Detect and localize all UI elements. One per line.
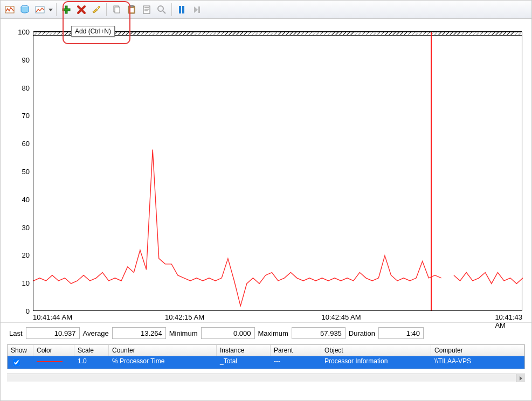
freeze-button[interactable] xyxy=(175,3,189,17)
row-object: Processor Information xyxy=(321,356,431,369)
row-counter: % Processor Time xyxy=(109,356,217,369)
col-show[interactable]: Show xyxy=(8,345,33,356)
plot-canvas[interactable] xyxy=(33,32,522,311)
remove-counter-button[interactable] xyxy=(74,3,88,17)
x-tick: 10:41:44 AM xyxy=(33,313,72,321)
chart-type-button[interactable] xyxy=(33,3,47,17)
stats-row: Last 10.937 Average 13.264 Minimum 0.000… xyxy=(1,323,531,343)
counter-color-swatch xyxy=(37,361,63,362)
col-counter[interactable]: Counter xyxy=(109,345,217,356)
row-parent: --- xyxy=(271,356,321,369)
legend-scrollbar[interactable] xyxy=(7,374,525,382)
svg-marker-21 xyxy=(194,6,198,13)
highlight-button[interactable] xyxy=(89,3,103,17)
svg-rect-19 xyxy=(179,6,181,13)
minimum-value: 0.000 xyxy=(201,327,255,339)
duration-value: 1:40 xyxy=(378,327,424,339)
row-scale: 1.0 xyxy=(74,356,109,369)
scroll-right-icon[interactable] xyxy=(516,374,525,382)
svg-marker-7 xyxy=(98,6,100,9)
time-cursor xyxy=(431,32,432,310)
show-counter-checkbox[interactable] xyxy=(13,359,20,366)
y-axis-labels: 100 90 80 70 60 50 40 30 20 10 0 xyxy=(1,19,32,308)
last-label: Last xyxy=(9,329,23,337)
svg-marker-23 xyxy=(520,376,522,381)
svg-rect-20 xyxy=(182,6,184,13)
average-label: Average xyxy=(83,329,109,337)
col-scale[interactable]: Scale xyxy=(74,345,109,356)
row-computer: \\TILAA-VPS xyxy=(431,356,524,369)
add-counter-tooltip: Add (Ctrl+N) xyxy=(71,26,115,37)
col-parent[interactable]: Parent xyxy=(271,345,321,356)
minimum-label: Minimum xyxy=(169,329,198,337)
copy-button[interactable] xyxy=(109,3,123,17)
col-color[interactable]: Color xyxy=(33,345,74,356)
update-button[interactable] xyxy=(190,3,204,17)
y-tick: 0 xyxy=(26,307,30,315)
col-object[interactable]: Object xyxy=(321,345,431,356)
y-tick: 10 xyxy=(22,279,30,287)
add-counter-button[interactable] xyxy=(59,3,73,17)
view-current-activity-button[interactable] xyxy=(3,3,17,17)
svg-point-17 xyxy=(158,6,163,11)
toolbar xyxy=(1,1,531,19)
col-instance[interactable]: Instance xyxy=(217,345,271,356)
average-value: 13.264 xyxy=(112,327,166,339)
view-log-data-button[interactable] xyxy=(18,3,32,17)
row-instance: _Total xyxy=(217,356,271,369)
svg-rect-11 xyxy=(130,5,133,7)
y-tick: 100 xyxy=(18,28,30,36)
x-tick: 10:42:15 AM xyxy=(165,313,204,321)
x-tick: 10:42:45 AM xyxy=(322,313,361,321)
y-tick: 20 xyxy=(22,251,30,259)
properties-button[interactable] xyxy=(140,3,154,17)
y-tick: 60 xyxy=(22,140,30,148)
svg-line-18 xyxy=(163,11,165,13)
y-tick: 30 xyxy=(22,223,30,231)
y-tick: 40 xyxy=(22,195,30,203)
series-line xyxy=(33,32,523,312)
svg-rect-22 xyxy=(198,6,200,13)
svg-rect-6 xyxy=(93,9,98,13)
counter-legend: Show Color Scale Counter Instance Parent… xyxy=(7,344,525,369)
svg-rect-2 xyxy=(36,6,44,13)
legend-row[interactable]: 1.0 % Processor Time _Total --- Processo… xyxy=(8,356,524,369)
y-tick: 50 xyxy=(22,168,30,176)
y-tick: 90 xyxy=(22,56,30,64)
chart-type-dropdown[interactable] xyxy=(48,8,53,12)
last-value: 10.937 xyxy=(26,327,80,339)
zoom-button[interactable] xyxy=(155,3,169,17)
col-computer[interactable]: Computer xyxy=(431,345,524,356)
svg-rect-12 xyxy=(129,8,134,12)
svg-rect-13 xyxy=(143,6,150,13)
x-tick: 10:41:43 AM xyxy=(495,313,522,329)
legend-header[interactable]: Show Color Scale Counter Instance Parent… xyxy=(8,345,524,356)
maximum-label: Maximum xyxy=(258,329,288,337)
svg-rect-9 xyxy=(115,7,120,13)
svg-marker-3 xyxy=(49,9,53,11)
maximum-value: 57.935 xyxy=(292,327,346,339)
svg-rect-5 xyxy=(63,9,70,11)
chart-area: 100 90 80 70 60 50 40 30 20 10 0 10:41:4… xyxy=(1,19,531,323)
paste-button[interactable] xyxy=(125,3,139,17)
y-tick: 70 xyxy=(22,112,30,120)
y-tick: 80 xyxy=(22,84,30,92)
duration-label: Duration xyxy=(349,329,375,337)
